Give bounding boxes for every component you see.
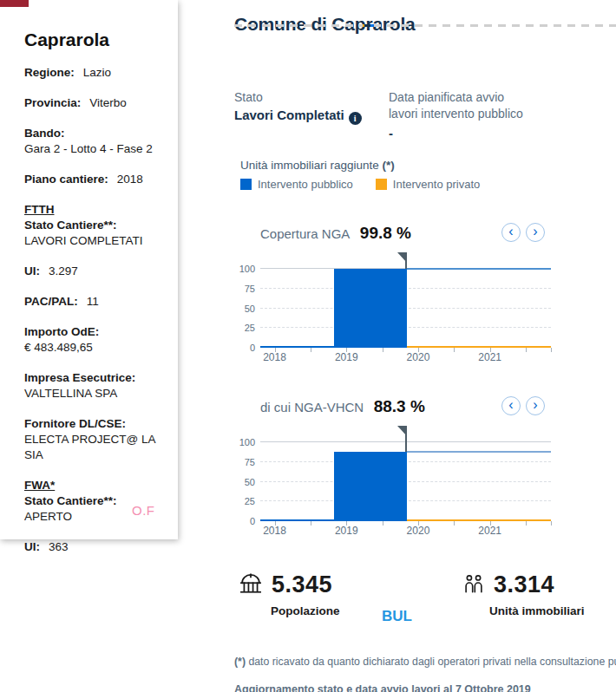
field-pac-pal: PAC/PAL:11 (24, 294, 166, 310)
piano-cantiere-value: 2018 (117, 173, 143, 186)
fornitore-label: Fornitore DL/CSE: (24, 417, 126, 430)
chart-title: Copertura NGA (260, 226, 350, 241)
field-regione: Regione:Lazio (24, 65, 166, 81)
bando-label: Bando: (24, 127, 65, 140)
legend-label-privato: Intervento privato (393, 178, 480, 191)
public-line-after (407, 451, 551, 453)
legend-label-pubblico: Intervento pubblico (258, 178, 353, 191)
bando-value: Gara 2 - Lotto 4 - Fase 2 (24, 142, 153, 155)
x-axis-tick (418, 348, 419, 352)
regione-value: Lazio (83, 66, 111, 79)
impresa-label: Impresa Esecutrice: (24, 371, 135, 384)
x-axis-tick (418, 521, 419, 526)
x-axis-tick (346, 348, 347, 352)
private-line (407, 519, 551, 521)
popolazione-label: Popolazione (271, 604, 340, 617)
info-icon[interactable]: i (349, 112, 362, 125)
x-axis-label: 2020 (407, 351, 430, 363)
y-axis-label: 50 (226, 304, 255, 314)
red-corner-mark (0, 0, 29, 7)
provincia-value: Viterbo (89, 96, 127, 109)
unita-immobiliari-heading: Unità immobiliari raggiunte (*) (240, 159, 395, 172)
data-avvio-value: - (389, 126, 571, 140)
chart-title: di cui NGA-VHCN (260, 400, 364, 415)
field-piano-cantiere: Piano cantiere:2018 (24, 172, 166, 187)
fwa-ui-label: UI: (24, 540, 40, 553)
footnote: (*) dato ricavato da quanto dichiarato d… (234, 656, 616, 668)
y-axis-label: 75 (226, 457, 255, 467)
x-axis-tick (275, 348, 276, 352)
y-axis-label: 75 (226, 284, 255, 294)
public-line-after (407, 268, 551, 270)
stat-unita-immobiliari: 3.314 Unità immobiliari (462, 572, 585, 617)
public-bar (334, 269, 407, 348)
x-axis-tick (454, 521, 455, 526)
carousel-next-button[interactable]: › (526, 396, 545, 415)
x-axis-tick (454, 348, 455, 352)
unita-heading-text: Unità immobiliari raggiunte (240, 159, 379, 172)
chart-value: 99.8 % (360, 224, 411, 242)
x-axis-tick (490, 521, 491, 526)
x-axis-tick (311, 521, 311, 526)
ftth-stato-value: LAVORI COMPLETATI (24, 234, 143, 247)
footnote-text: dato ricavato da quanto dichiarato dagli… (246, 656, 616, 668)
plot-area: 10075502502018201920202021 (260, 434, 551, 521)
x-axis-tick (311, 348, 311, 352)
piano-cantiere-label: Piano cantiere: (24, 173, 108, 186)
y-axis-label: 0 (226, 516, 255, 526)
x-axis-tick (490, 348, 491, 352)
stato-label: Stato (234, 89, 362, 106)
unita-immobiliari-label: Unità immobiliari (489, 604, 585, 617)
legend-swatch-orange (376, 179, 387, 190)
field-importo-ode: Importo OdE:€ 483.489,65 (24, 324, 166, 356)
footnote-mark: (*) (234, 656, 246, 668)
chart-copertura-nga: Copertura NGA 99.8 % ‹ › 100755025020182… (234, 219, 616, 374)
x-axis-label: 2018 (263, 351, 286, 363)
regione-label: Regione: (24, 66, 75, 79)
marker-flag-icon (397, 252, 407, 263)
y-axis-label: 25 (226, 323, 255, 333)
stat-popolazione: 5.345 Popolazione (239, 572, 340, 617)
carousel-next-button[interactable]: › (526, 223, 545, 242)
people-icon (462, 572, 485, 597)
watermark: O.F (132, 503, 155, 518)
private-line (407, 346, 551, 348)
popolazione-value: 5.345 (272, 572, 332, 597)
data-avvio-block: Data pianificata avvio lavori intervento… (389, 89, 571, 140)
stato-block: Stato Lavori Completatii (234, 89, 362, 125)
impresa-value: VALTELLINA SPA (24, 387, 117, 400)
chart-nga-vhcn: di cui NGA-VHCN 88.3 % ‹ › 1007550250201… (234, 393, 616, 547)
marker-flag-icon (397, 426, 407, 436)
monument-icon (239, 572, 263, 597)
carousel-prev-button[interactable]: ‹ (501, 223, 521, 242)
chart-header: di cui NGA-VHCN 88.3 % (260, 397, 425, 416)
fornitore-value: ELECTA PROJECT@ LA SIA (24, 433, 155, 461)
sidebar-title: Caprarola (24, 29, 166, 50)
x-axis-tick (551, 348, 552, 352)
importo-ode-value: € 483.489,65 (24, 341, 93, 354)
x-axis-tick (383, 521, 383, 526)
sidebar: Caprarola Regione:Lazio Provincia:Viterb… (0, 0, 178, 539)
update-note: Aggiornamento stato e data avvio lavori … (234, 683, 531, 692)
stat-top: 3.314 (462, 572, 585, 597)
public-line-before (260, 346, 334, 348)
page: Caprarola Regione:Lazio Provincia:Viterb… (0, 0, 616, 692)
legend-item-pubblico: Intervento pubblico (240, 178, 353, 191)
data-avvio-label-line1: Data pianificata avvio (389, 89, 571, 106)
field-ftth-ui: UI:3.297 (24, 264, 166, 279)
chart-carousel-nav: ‹ › (501, 223, 545, 242)
y-axis-label: 100 (226, 437, 255, 447)
x-axis-label: 2019 (335, 525, 358, 537)
field-provincia: Provincia:Viterbo (24, 95, 166, 111)
x-axis-label: 2021 (478, 525, 501, 537)
bul-link[interactable]: BUL (382, 608, 412, 625)
y-axis-label: 50 (226, 477, 255, 487)
legend-item-privato: Intervento privato (376, 178, 480, 191)
y-axis-label: 25 (226, 496, 255, 506)
fwa-stato-value: APERTO (24, 510, 72, 523)
legend-swatch-blue (240, 179, 252, 190)
carousel-prev-button[interactable]: ‹ (501, 396, 521, 415)
chart-carousel-nav: ‹ › (501, 396, 545, 415)
chart-value: 88.3 % (374, 397, 425, 415)
stato-value: Lavori Completatii (234, 108, 362, 125)
